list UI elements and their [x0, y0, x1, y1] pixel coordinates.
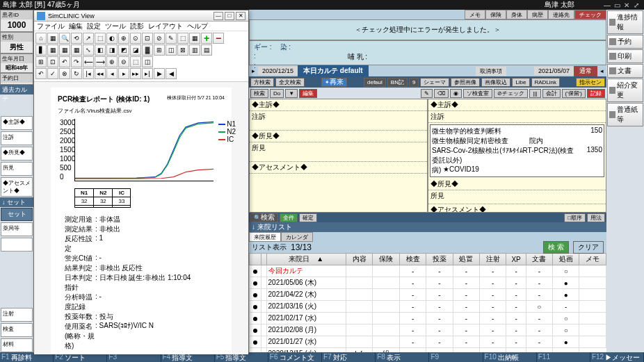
maximize-icon[interactable]: ▭	[612, 1, 622, 9]
tab-history[interactable]: 病歴	[527, 10, 548, 19]
toolbar-icon[interactable]: ⊙	[130, 33, 141, 44]
toolbar-icon[interactable]: ▦	[71, 44, 82, 56]
menu-item[interactable]: ヘルプ	[187, 22, 208, 31]
eraser-icon[interactable]: ⌫	[434, 89, 449, 98]
btn-order-chk[interactable]: □順序	[564, 213, 586, 222]
btn-fulltext[interactable]: 全文検索	[275, 78, 305, 87]
table-row[interactable]: 2021/03/16 (火)-----○-	[250, 301, 606, 313]
toolbar-icon[interactable]: ⊞	[154, 44, 165, 56]
toolbar-icon[interactable]: ◂◂	[95, 68, 106, 79]
toolbar-icon[interactable]: ⊡	[142, 33, 153, 44]
tab-body[interactable]: 身体	[506, 10, 527, 19]
toolbar-icon[interactable]: ◪	[130, 44, 141, 56]
toolbar-icon[interactable]: ▓	[142, 44, 153, 56]
toolbar-icon[interactable]: ▦	[59, 44, 70, 56]
toolbar-icon[interactable]: ⟵	[83, 56, 94, 67]
table-row[interactable]: 2021/05/06 (木)------●	[250, 277, 606, 289]
toolbar-icon[interactable]: ⊞	[35, 56, 47, 67]
toolbar-icon[interactable]: ◫	[166, 44, 177, 56]
toolbar-icon[interactable]: ▸|	[142, 68, 153, 79]
tab-calendar[interactable]: カレンダ	[281, 232, 313, 242]
menu-item[interactable]: 読影	[130, 22, 144, 31]
fkey[interactable]: F7対応	[322, 352, 376, 362]
rr-progress[interactable]: 進捗情報	[607, 10, 643, 34]
close-icon[interactable]: ✕	[236, 12, 245, 20]
expand-icon[interactable]: ⤢	[631, 1, 641, 9]
btn-default[interactable]: defaul	[364, 78, 386, 87]
rail-btn[interactable]	[1, 238, 33, 252]
toolbar-icon[interactable]: ↷	[71, 56, 82, 67]
rail-btn[interactable]: 注射	[1, 308, 33, 322]
minimize-icon[interactable]: —	[602, 1, 612, 9]
toolbar-icon[interactable]: ▦	[47, 33, 58, 44]
toolbar-icon[interactable]: ◩	[118, 44, 129, 56]
set-button[interactable]: セット	[1, 208, 33, 221]
toolbar-icon[interactable]: ⊘	[154, 33, 165, 44]
toolbar-icon[interactable]: ⟲	[71, 33, 82, 44]
rr-paper[interactable]: 普通紙等	[607, 103, 643, 126]
rail-btn[interactable]: 材料	[1, 338, 33, 352]
soap-left[interactable]: ◆主訴◆ 注訴 ◆所見◆ 所見 ◆アセスメント◆	[249, 99, 428, 213]
btn-do[interactable]: Do	[270, 89, 284, 98]
toolbar-icon[interactable]: ◀	[166, 68, 177, 79]
toolbar-icon[interactable]: ⊗	[59, 68, 70, 79]
rail-btn[interactable]: 薬局等	[1, 222, 33, 236]
toolbar-icon[interactable]: ⬚	[130, 56, 141, 67]
fkey[interactable]: F8表示	[376, 352, 429, 362]
fkey[interactable]: F6コメント文	[268, 352, 322, 362]
toolbar-icon[interactable]: ▤	[201, 44, 212, 56]
btn-order[interactable]: 指示セン	[576, 78, 605, 87]
rr-doc[interactable]: 文書	[607, 64, 643, 78]
close-icon[interactable]: ✕	[622, 1, 631, 9]
rr-ref[interactable]: 紹介変更	[607, 79, 643, 102]
btn-9[interactable]: 9	[409, 78, 419, 87]
toolbar-icon[interactable]: ↶	[59, 56, 70, 67]
stamp-icon[interactable]: ◉	[450, 89, 462, 98]
nav-icon[interactable]: ◂	[597, 67, 606, 74]
toolbar-icon[interactable]: ▥	[189, 44, 200, 56]
table-row[interactable]: 2021/01/27 (水)------●	[250, 336, 606, 348]
btn-dropdown[interactable]: ▼	[285, 89, 298, 98]
btn-refresh[interactable]: ✦ 再来	[321, 78, 347, 87]
btn-lab[interactable]: ソ検査室	[463, 89, 492, 98]
toolbar-icon[interactable]: ↻	[71, 68, 82, 79]
toolbar-icon[interactable]: ⤡	[83, 44, 94, 56]
pencil-icon[interactable]: ✎	[421, 89, 433, 98]
minimize-icon[interactable]: —	[214, 12, 223, 20]
toolbar-icon[interactable]: ↶	[35, 68, 47, 79]
sim-canvas[interactable]: PCR検査レポート (検体ID: 1)検体採取日付 5/7 21 10:04 フ…	[34, 82, 248, 354]
btn-accounting[interactable]: 会計	[542, 89, 561, 98]
rail-section[interactable]: ◆アセスメント◆	[1, 177, 33, 197]
toolbar-icon[interactable]: ◫	[142, 56, 153, 67]
rail-section[interactable]: 注訴	[1, 131, 33, 145]
fkey[interactable]: F11	[537, 352, 590, 362]
toolbar-icon[interactable]: ⟶	[95, 56, 106, 67]
toolbar-icon[interactable]: |◂	[83, 68, 94, 79]
menu-item[interactable]: 編集	[69, 22, 83, 31]
nav-icon[interactable]: ▸	[249, 67, 258, 74]
toolbar-icon[interactable]: ✎	[166, 33, 177, 44]
rr-appt[interactable]: 予約	[607, 35, 643, 49]
toolbar-icon[interactable]: ↗	[83, 33, 94, 44]
toolbar-icon[interactable]: ▶	[154, 68, 165, 79]
cancel-items[interactable]: 取消事項	[476, 67, 506, 76]
toolbar-icon[interactable]: ◐	[106, 33, 118, 44]
toolbar-icon[interactable]: ◨	[106, 44, 118, 56]
maximize-icon[interactable]: □	[225, 12, 234, 20]
tab-contact[interactable]: 連絡先	[548, 10, 574, 19]
soap-right[interactable]: ◆主訴◆ 注訴 微生物学的検査判断料150 微生物核酸同定精密検査 院内 SAR…	[428, 99, 606, 213]
toolbar-icon[interactable]: ⬚	[95, 33, 106, 44]
btn-bars[interactable]: |||	[529, 89, 540, 98]
table-row[interactable]: 2021/02/17 (水)------○	[250, 313, 606, 324]
btn-radlink[interactable]: RADLink	[531, 78, 561, 87]
sim-titlebar[interactable]: SimCLINIC View — □ ✕	[34, 10, 248, 22]
btn-check[interactable]: ⊘チェック	[494, 89, 528, 98]
btn-search2[interactable]: 検索	[250, 89, 268, 98]
minus-icon[interactable]: −	[213, 33, 224, 44]
toolbar-icon[interactable]: 🔍	[59, 33, 70, 44]
tab-check[interactable]: チェック	[574, 10, 606, 19]
btn-confirm[interactable]: 確定	[299, 213, 317, 222]
toolbar-icon[interactable]: ◧	[95, 44, 106, 56]
toolbar-icon[interactable]: ⬚	[177, 33, 188, 44]
btn-hold[interactable]: ('保留')	[562, 89, 586, 98]
